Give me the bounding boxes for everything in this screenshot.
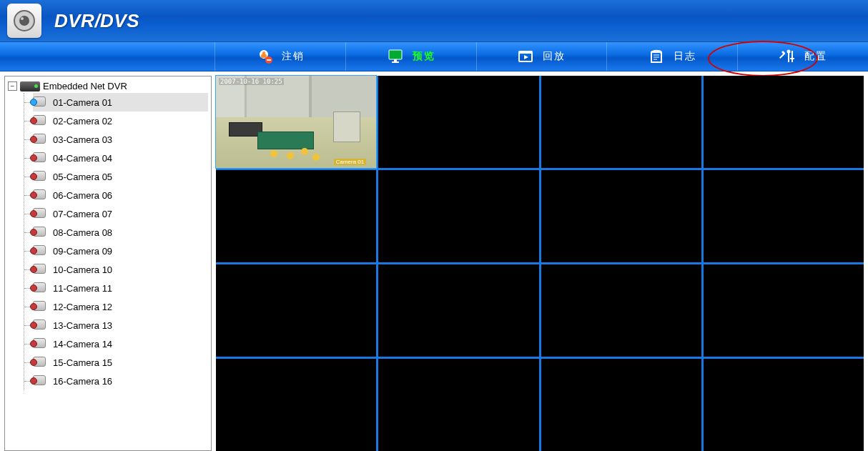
camera-label: 13-Camera 13 — [53, 320, 112, 331]
log-icon — [648, 48, 665, 65]
video-cell[interactable] — [378, 359, 538, 451]
camera-icon — [33, 227, 49, 238]
video-cell[interactable] — [216, 264, 376, 357]
camera-label: 07-Camera 07 — [53, 209, 112, 219]
video-cell[interactable] — [704, 76, 864, 168]
video-cell[interactable] — [704, 359, 864, 451]
header-bar: DVR/DVS — [0, 0, 868, 42]
camera-icon — [33, 115, 49, 127]
svg-rect-20 — [791, 51, 793, 62]
app-title: DVR/DVS — [54, 10, 139, 32]
camera-item[interactable]: 13-Camera 13 — [33, 316, 208, 334]
camera-label: 06-Camera 06 — [53, 190, 112, 201]
camera-item[interactable]: 04-Camera 04 — [33, 149, 208, 167]
nav-playback[interactable]: 回放 — [476, 42, 607, 71]
video-cell[interactable] — [378, 264, 538, 357]
video-grid-wrap: 2007-10-16 10:25Camera 01 — [216, 76, 864, 451]
camera-label: 01-Camera 01 — [53, 97, 112, 108]
camera-icon — [33, 208, 49, 219]
nav-preview-label: 预览 — [413, 50, 435, 63]
feed-timestamp: 2007-10-16 10:25 — [219, 78, 284, 85]
video-cell[interactable] — [541, 359, 701, 451]
camera-icon — [33, 301, 49, 312]
camera-icon — [33, 375, 49, 387]
video-cell[interactable] — [216, 170, 376, 262]
svg-rect-7 — [389, 50, 402, 59]
camera-item[interactable]: 12-Camera 12 — [33, 297, 208, 316]
camera-item[interactable]: 06-Camera 06 — [33, 186, 208, 204]
camera-label: 10-Camera 10 — [53, 264, 112, 275]
svg-rect-6 — [267, 59, 271, 61]
nav-preview[interactable]: 预览 — [345, 42, 476, 71]
camera-label: 16-Camera 16 — [53, 376, 112, 387]
camera-icon — [33, 338, 49, 350]
live-feed: 2007-10-16 10:25Camera 01 — [216, 76, 376, 168]
camera-label: 15-Camera 15 — [53, 357, 112, 368]
camera-label: 08-Camera 08 — [53, 227, 112, 238]
svg-point-19 — [787, 50, 791, 54]
svg-rect-17 — [779, 53, 785, 59]
camera-label: 14-Camera 14 — [53, 339, 112, 350]
camera-item[interactable]: 10-Camera 10 — [33, 260, 208, 279]
camera-icon — [33, 189, 49, 201]
camera-label: 11-Camera 11 — [53, 283, 112, 294]
camera-list: 01-Camera 0102-Camera 0203-Camera 0304-C… — [24, 93, 208, 390]
video-cell[interactable] — [704, 264, 864, 357]
logout-icon — [256, 48, 273, 65]
camera-label: 02-Camera 02 — [53, 116, 112, 127]
nav-log[interactable]: 日志 — [606, 42, 737, 71]
camera-label: 09-Camera 09 — [53, 246, 112, 257]
video-cell[interactable] — [541, 264, 701, 357]
camera-item[interactable]: 05-Camera 05 — [33, 167, 208, 186]
video-cell[interactable] — [378, 76, 538, 168]
video-cell[interactable] — [378, 170, 538, 262]
camera-icon — [33, 96, 49, 108]
camera-icon — [33, 264, 49, 275]
collapse-icon[interactable]: − — [8, 81, 17, 91]
camera-item[interactable]: 08-Camera 08 — [33, 223, 208, 242]
camera-label: 05-Camera 05 — [53, 172, 112, 182]
camera-icon — [33, 245, 49, 257]
camera-item[interactable]: 16-Camera 16 — [33, 372, 208, 390]
video-cell[interactable] — [541, 170, 701, 262]
camera-item[interactable]: 14-Camera 14 — [33, 334, 208, 353]
tree-root[interactable]: − Embedded Net DVR — [8, 81, 208, 91]
camera-label: 03-Camera 03 — [53, 134, 112, 145]
svg-marker-12 — [524, 55, 528, 59]
nav-logout-label: 注销 — [282, 50, 305, 63]
nav-playback-label: 回放 — [543, 50, 566, 63]
nav-spacer — [0, 42, 214, 71]
camera-icon — [33, 171, 49, 182]
camera-item[interactable]: 09-Camera 09 — [33, 242, 208, 260]
svg-rect-8 — [394, 59, 397, 61]
nav-log-label: 日志 — [674, 50, 696, 63]
camera-item[interactable]: 11-Camera 11 — [33, 279, 208, 297]
video-cell[interactable] — [216, 359, 376, 451]
video-cell[interactable]: 2007-10-16 10:25Camera 01 — [216, 76, 376, 168]
svg-rect-11 — [519, 51, 532, 54]
preview-icon — [387, 48, 404, 65]
video-cell[interactable] — [704, 170, 864, 262]
camera-item[interactable]: 02-Camera 02 — [33, 111, 208, 130]
camera-icon — [33, 134, 49, 145]
svg-rect-21 — [790, 58, 794, 59]
tree-root-label: Embedded Net DVR — [43, 81, 127, 91]
camera-item[interactable]: 03-Camera 03 — [33, 130, 208, 149]
camera-item[interactable]: 15-Camera 15 — [33, 353, 208, 372]
camera-label: 12-Camera 12 — [53, 302, 112, 312]
camera-item[interactable]: 07-Camera 07 — [33, 204, 208, 223]
svg-rect-9 — [392, 61, 399, 63]
camera-icon — [33, 357, 49, 368]
nav-config[interactable]: 配置 — [737, 42, 868, 71]
video-cell[interactable] — [541, 76, 701, 168]
dvr-icon — [20, 81, 40, 91]
camera-label: 04-Camera 04 — [53, 153, 112, 164]
camera-item[interactable]: 01-Camera 01 — [33, 93, 208, 111]
camera-icon — [33, 152, 49, 164]
nav-config-label: 配置 — [804, 50, 827, 63]
camera-icon — [33, 319, 49, 331]
video-grid: 2007-10-16 10:25Camera 01 — [216, 76, 864, 451]
app-logo — [7, 4, 41, 38]
svg-point-1 — [19, 16, 29, 26]
nav-logout[interactable]: 注销 — [214, 42, 345, 71]
